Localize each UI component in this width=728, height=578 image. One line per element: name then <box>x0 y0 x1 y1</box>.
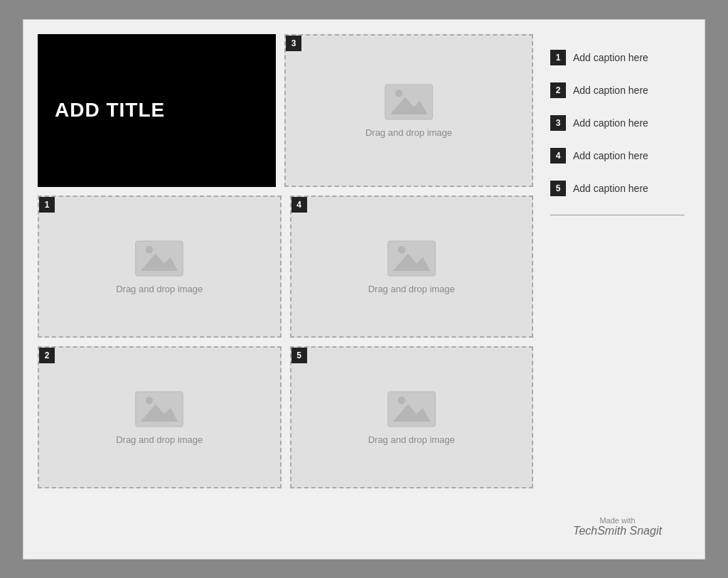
sidebar-divider <box>550 215 685 215</box>
image-block-4[interactable]: 4 Drag and drop image <box>290 196 534 338</box>
image-placeholder-icon-1 <box>134 239 184 278</box>
caption-badge-4: 4 <box>550 148 566 164</box>
drag-label-3: Drag and drop image <box>365 127 452 138</box>
image-placeholder-icon-3 <box>384 82 434 122</box>
svg-point-4 <box>146 246 154 254</box>
drag-label-4: Drag and drop image <box>368 284 455 294</box>
caption-text-3: Add caption here <box>573 117 648 129</box>
drag-label-2: Drag and drop image <box>116 434 203 445</box>
caption-item-4[interactable]: 4 Add caption here <box>550 139 685 172</box>
caption-item-2[interactable]: 2 Add caption here <box>550 74 685 107</box>
mid-row: 1 Drag and drop image 4 Drag and drop im… <box>38 196 533 338</box>
caption-text-5: Add caption here <box>573 183 648 194</box>
block-badge-1: 1 <box>39 197 55 213</box>
title-block[interactable]: ADD TITLE <box>38 34 276 187</box>
main-area: ADD TITLE 3 Drag and drop image 1 <box>38 34 533 545</box>
svg-point-1 <box>395 90 403 97</box>
caption-text-1: Add caption here <box>573 52 648 63</box>
caption-badge-1: 1 <box>550 50 566 65</box>
sidebar-footer: Made with TechSmith Snagit <box>550 502 685 537</box>
caption-badge-3: 3 <box>550 115 566 131</box>
image-block-1[interactable]: 1 Drag and drop image <box>38 196 282 338</box>
add-title-text: ADD TITLE <box>55 99 165 122</box>
block-badge-5: 5 <box>291 348 307 363</box>
caption-item-3[interactable]: 3 Add caption here <box>550 107 685 139</box>
caption-text-4: Add caption here <box>573 150 648 161</box>
drag-label-1: Drag and drop image <box>116 284 203 294</box>
caption-badge-2: 2 <box>550 82 566 98</box>
svg-point-7 <box>398 246 406 254</box>
made-with-label: Made with <box>599 516 635 525</box>
caption-item-5[interactable]: 5 Add caption here <box>550 172 685 205</box>
block-badge-4: 4 <box>291 197 307 213</box>
bot-row: 2 Drag and drop image 5 Drag and drop im… <box>38 346 533 488</box>
block-badge-3: 3 <box>286 36 301 51</box>
drag-label-5: Drag and drop image <box>368 434 455 445</box>
caption-item-1[interactable]: 1 Add caption here <box>550 41 685 74</box>
caption-badge-5: 5 <box>550 181 566 196</box>
block-badge-2: 2 <box>39 348 55 363</box>
sidebar: 1 Add caption here 2 Add caption here 3 … <box>545 34 690 545</box>
svg-point-10 <box>146 397 154 405</box>
image-block-5[interactable]: 5 Drag and drop image <box>290 346 534 488</box>
image-placeholder-icon-5 <box>387 390 437 429</box>
image-block-2[interactable]: 2 Drag and drop image <box>38 346 282 488</box>
svg-point-13 <box>398 397 406 405</box>
canvas: ADD TITLE 3 Drag and drop image 1 <box>23 19 705 560</box>
top-row: ADD TITLE 3 Drag and drop image <box>38 34 533 187</box>
image-placeholder-icon-2 <box>134 390 184 429</box>
brand-label: TechSmith Snagit <box>573 525 662 537</box>
image-block-3[interactable]: 3 Drag and drop image <box>284 34 533 187</box>
caption-text-2: Add caption here <box>573 85 648 96</box>
image-placeholder-icon-4 <box>387 239 437 278</box>
